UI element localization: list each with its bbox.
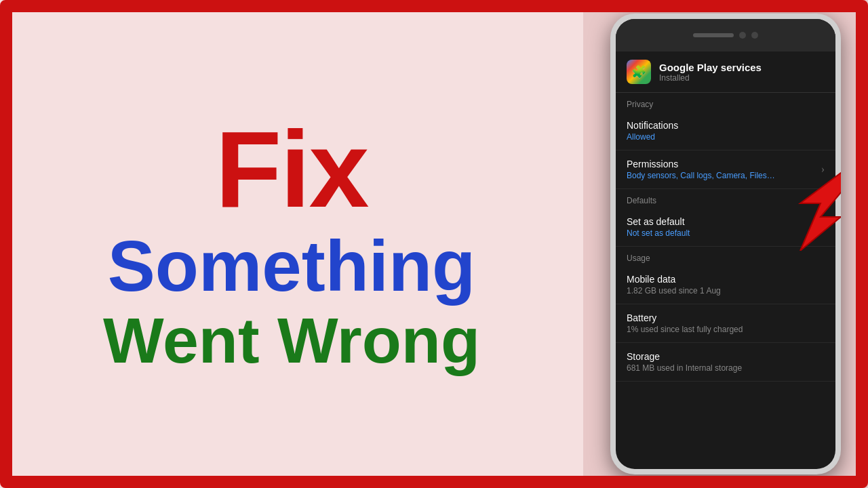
battery-subtitle: 1% used since last fully charged: [627, 325, 825, 334]
camera-dot: [739, 32, 746, 39]
set-as-default-item[interactable]: Set as default Not set as default: [616, 208, 835, 247]
storage-title: Storage: [627, 351, 825, 362]
section-header-defaults: Defaults: [616, 189, 835, 208]
mobile-data-title: Mobile data: [627, 274, 825, 285]
section-header-privacy: Privacy: [616, 93, 835, 112]
permissions-title: Permissions: [627, 159, 825, 169]
settings-list: Privacy Notifications Allowed Permission…: [616, 93, 835, 382]
app-header: 🧩 Google Play services Installed: [616, 52, 835, 93]
permissions-item[interactable]: Permissions Body sensors, Call logs, Cam…: [616, 150, 835, 189]
left-panel: Fix Something Went Wrong: [0, 0, 583, 488]
app-status: Installed: [659, 73, 762, 83]
phone-container: 🧩 Google Play services Installed Privacy…: [583, 0, 868, 488]
camera-dot-2: [751, 32, 758, 39]
notifications-subtitle: Allowed: [627, 132, 825, 142]
section-header-usage: Usage: [616, 247, 835, 266]
battery-item[interactable]: Battery 1% used since last fully charged: [616, 304, 835, 343]
set-as-default-title: Set as default: [627, 216, 825, 227]
app-info: Google Play services Installed: [659, 62, 762, 83]
app-icon: 🧩: [627, 60, 651, 84]
phone-screen: 🧩 Google Play services Installed Privacy…: [616, 19, 835, 469]
battery-title: Battery: [627, 312, 825, 323]
mobile-data-subtitle: 1.82 GB used since 1 Aug: [627, 286, 825, 296]
went-wrong-title: Went Wrong: [103, 308, 480, 373]
phone: 🧩 Google Play services Installed Privacy…: [610, 14, 841, 474]
speaker-grille: [693, 33, 734, 37]
storage-subtitle: 681 MB used in Internal storage: [627, 363, 825, 373]
phone-top-bar: [616, 19, 835, 52]
mobile-data-item[interactable]: Mobile data 1.82 GB used since 1 Aug: [616, 266, 835, 304]
notifications-title: Notifications: [627, 120, 825, 131]
notifications-item[interactable]: Notifications Allowed: [616, 112, 835, 150]
app-name: Google Play services: [659, 62, 762, 73]
fix-title: Fix: [215, 108, 368, 230]
permissions-subtitle: Body sensors, Call logs, Camera, Files a…: [627, 171, 776, 180]
something-title: Something: [108, 230, 475, 302]
storage-item[interactable]: Storage 681 MB used in Internal storage: [616, 343, 835, 382]
app-icon-emoji: 🧩: [631, 64, 646, 79]
permissions-chevron: ›: [821, 163, 825, 176]
set-as-default-subtitle: Not set as default: [627, 228, 825, 238]
